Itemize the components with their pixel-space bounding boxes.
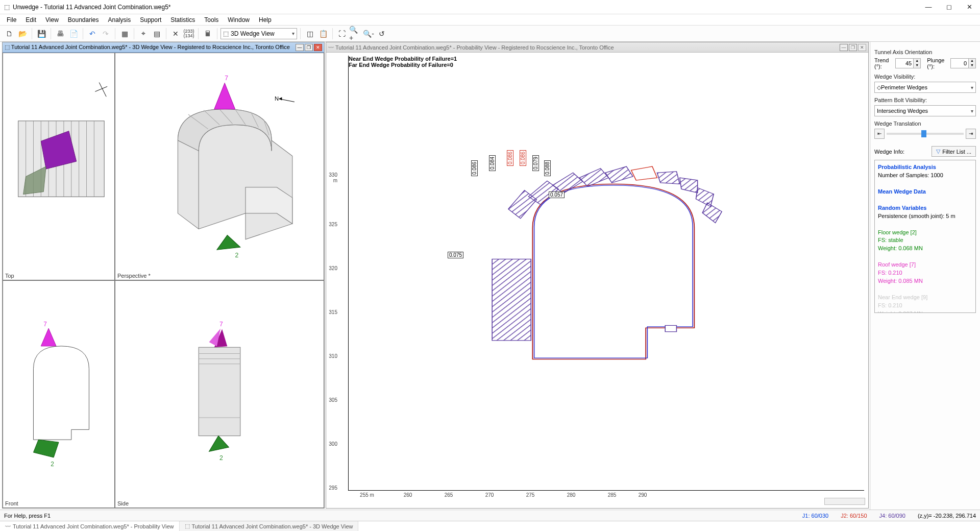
zoom-reset-icon[interactable]: ↺ <box>376 28 388 40</box>
probability-icon: 〰 <box>328 44 334 51</box>
wedge-vis-label: Wedge Visibility: <box>874 74 976 80</box>
translation-label: Wedge Translation <box>874 120 976 127</box>
menu-boundaries[interactable]: Boundaries <box>64 15 103 25</box>
translation-max-button[interactable]: ⇥ <box>966 129 976 139</box>
calc-icon[interactable]: 🖩 <box>202 28 214 40</box>
copy-view-icon[interactable]: 📋 <box>317 28 329 40</box>
pane-minimize-button[interactable]: — <box>840 44 848 51</box>
zoom-in-icon[interactable]: 🔍+ <box>349 28 361 40</box>
undo-icon[interactable]: ↶ <box>86 28 99 40</box>
doc-tab-3dview[interactable]: ⬚Tutorial 11 Advanced Joint Combination.… <box>180 521 359 531</box>
wedge-label: 0.086 <box>520 150 526 166</box>
wedge-visibility-dropdown[interactable]: ◇ Perimeter Wedges <box>874 82 976 93</box>
document-tabs: 〰Tutorial 11 Advanced Joint Combination.… <box>0 521 980 531</box>
wedge-label: 0.084 <box>489 155 496 171</box>
svg-marker-23 <box>217 235 240 250</box>
menu-tools[interactable]: Tools <box>201 15 222 25</box>
status-j2: J2: 60/150 <box>841 513 867 519</box>
x-tick: 280 <box>567 492 576 498</box>
mid-pane-header[interactable]: 〰 Tutorial 11 Advanced Joint Combination… <box>326 42 868 53</box>
viewport-top[interactable]: Top <box>3 53 115 280</box>
viewport-side-label: Side <box>117 500 129 506</box>
bolt-vis-label: Pattern Bolt Visibility: <box>874 97 976 103</box>
filter-list-button[interactable]: ▽Filter List ... <box>932 146 976 157</box>
menu-window[interactable]: Window <box>224 15 253 25</box>
y-tick: 325 <box>326 222 337 227</box>
wedge-label: 0.079 <box>532 155 539 171</box>
title-bar: ⬚ Unwedge - Tutorial 11 Advanced Joint C… <box>0 0 980 14</box>
view-3d-icon: ⬚ <box>5 44 10 50</box>
minimize-button[interactable]: — <box>922 3 935 11</box>
probability-icon: 〰 <box>5 523 11 529</box>
menu-support[interactable]: Support <box>136 15 165 25</box>
menu-file[interactable]: File <box>3 15 20 25</box>
svg-marker-52 <box>696 188 714 207</box>
pane-close-button[interactable]: ✕ <box>314 44 322 51</box>
properties-icon[interactable]: ▤ <box>151 28 163 40</box>
bolt-visibility-dropdown[interactable]: Intersecting Wedges <box>874 105 976 116</box>
viewport-front[interactable]: 7 2 Front <box>3 280 115 508</box>
right-sidebar: Tunnel Axis Orientation Trend (°): ▲▼ Pl… <box>870 42 980 510</box>
left-pane-header[interactable]: ⬚ Tutorial 11 Advanced Joint Combination… <box>3 42 324 53</box>
status-coord: (z,y)= -20.238, 296.714 <box>918 513 976 519</box>
svg-text:7: 7 <box>43 321 47 328</box>
stats-icon[interactable]: (233)(134) <box>183 28 195 40</box>
app-title: Unwedge - Tutorial 11 Advanced Joint Com… <box>13 4 171 11</box>
pane-close-button[interactable]: ✕ <box>858 44 866 51</box>
pane-restore-button[interactable]: ❐ <box>305 44 313 51</box>
y-tick: 320 <box>326 266 337 271</box>
svg-marker-21 <box>214 83 235 109</box>
main-toolbar: 🗋 📂 💾 🖶 📄 ↶ ↷ ▦ ⌖ ▤ ✕ (233)(134) 🖩 ⬚3D W… <box>0 26 980 42</box>
x-tick: 275 <box>526 492 535 498</box>
menu-statistics[interactable]: Statistics <box>167 15 199 25</box>
svg-rect-43 <box>492 259 531 340</box>
close-button[interactable]: ✕ <box>963 3 976 11</box>
menu-help[interactable]: Help <box>255 15 275 25</box>
svg-rect-54 <box>665 325 676 331</box>
plunge-spinner[interactable]: ▲▼ <box>950 58 976 68</box>
viewport-front-label: Front <box>5 500 18 506</box>
wedge-info-label: Wedge Info: <box>874 149 904 155</box>
axis-heading: Tunnel Axis Orientation <box>874 49 976 55</box>
probability-canvas[interactable]: Near End Wedge Probability of Failure=1 … <box>326 53 868 508</box>
doc-tab-probability[interactable]: 〰Tutorial 11 Advanced Joint Combination.… <box>0 521 180 531</box>
menu-analysis[interactable]: Analysis <box>105 15 135 25</box>
redo-icon[interactable]: ↷ <box>100 28 112 40</box>
wedge-label: 0.086 <box>507 150 513 166</box>
y-tick: 300 <box>326 441 337 447</box>
status-j1: J1: 60/030 <box>802 513 828 519</box>
viewport-perspective-label: Perspective * <box>117 273 151 279</box>
viewport-perspective[interactable]: 7 2 N Perspective * <box>115 53 324 280</box>
window-layout-icon[interactable]: ◫ <box>304 28 316 40</box>
hscroll-stub[interactable] <box>824 498 865 505</box>
x-tick: 260 <box>404 492 412 498</box>
status-help: For Help, press F1 <box>4 513 51 519</box>
filter-icon: ▽ <box>936 148 940 155</box>
print-icon[interactable]: 🖶 <box>54 28 66 40</box>
trend-spinner[interactable]: ▲▼ <box>895 58 921 68</box>
view-selector[interactable]: ⬚3D Wedge View <box>220 28 297 39</box>
menu-edit[interactable]: Edit <box>22 15 40 25</box>
translation-min-button[interactable]: ⇤ <box>874 129 885 139</box>
wedge-label: 0.086 <box>471 160 478 176</box>
fullscreen-icon[interactable]: ⛶ <box>336 28 348 40</box>
pane-minimize-button[interactable]: — <box>296 44 304 51</box>
select-icon[interactable]: ⌖ <box>137 28 150 40</box>
x-tick: 255 m <box>360 492 374 498</box>
svg-marker-30 <box>33 440 59 457</box>
print-preview-icon[interactable]: 📄 <box>67 28 80 40</box>
maximize-button[interactable]: ◻ <box>942 3 955 11</box>
menu-view[interactable]: View <box>42 15 62 25</box>
viewport-side[interactable]: 7 2 Side <box>115 280 324 508</box>
svg-marker-53 <box>702 203 722 223</box>
grid-icon[interactable]: ▦ <box>118 28 131 40</box>
save-icon[interactable]: 💾 <box>35 28 47 40</box>
open-file-icon[interactable]: 📂 <box>16 28 29 40</box>
zoom-out-icon[interactable]: 🔍- <box>362 28 375 40</box>
joints-icon[interactable]: ✕ <box>169 28 182 40</box>
new-file-icon[interactable]: 🗋 <box>3 28 15 40</box>
pane-restore-button[interactable]: ❐ <box>849 44 857 51</box>
y-tick: 305 <box>326 397 337 403</box>
status-bar: For Help, press F1 J1: 60/030 J2: 60/150… <box>0 510 980 521</box>
translation-slider[interactable] <box>887 133 964 135</box>
